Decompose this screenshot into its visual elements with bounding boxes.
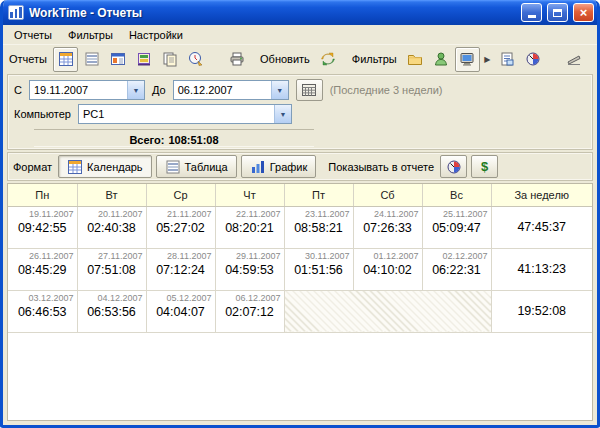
maximize-button[interactable]	[547, 3, 568, 22]
print-button[interactable]	[224, 47, 249, 72]
day-cell: 03.12.200706:46:53	[8, 290, 77, 332]
toolbar-filters-label: Фильтры	[350, 53, 402, 65]
format-table-button[interactable]: Таблица	[156, 155, 237, 178]
day-duration: 01:51:56	[285, 261, 353, 277]
edit-time-button[interactable]	[183, 47, 208, 72]
day-duration: 08:20:21	[216, 219, 284, 235]
minimize-button[interactable]	[521, 3, 542, 22]
copy-report-button[interactable]	[157, 47, 182, 72]
header-sat: Сб	[353, 184, 422, 206]
menu-bar: Отчеты Фильтры Настройки	[3, 25, 597, 45]
day-duration: 09:42:55	[8, 219, 77, 235]
total-row: Всего:108:51:08	[34, 129, 314, 146]
day-duration: 04:10:02	[354, 261, 422, 277]
day-duration: 04:59:53	[216, 261, 284, 277]
toolbar: Отчеты Обновить Фильтры	[3, 45, 597, 73]
day-cell: 02.12.200706:22:31	[422, 248, 491, 290]
day-duration: 08:58:21	[285, 219, 353, 235]
chevron-down-icon[interactable]: ▼	[271, 81, 288, 99]
printer-icon	[229, 51, 245, 67]
show-time-toggle[interactable]	[440, 155, 467, 178]
filter-tasks-button[interactable]	[495, 47, 520, 72]
filter-computer-button[interactable]	[455, 47, 480, 72]
app-window: WorkTime - Отчеты × Отчеты Фильтры Настр…	[0, 0, 600, 428]
day-date: 20.11.2007	[78, 207, 146, 219]
menu-filters[interactable]: Фильтры	[60, 27, 121, 43]
filter-expand-button[interactable]: ▶	[481, 47, 494, 72]
to-label: До	[152, 84, 166, 96]
refresh-button[interactable]	[316, 47, 341, 72]
summary-report-button[interactable]	[131, 47, 156, 72]
period-hint: (Последние 3 недели)	[330, 84, 443, 96]
calendar-grid-icon	[58, 51, 74, 67]
title-bar[interactable]: WorkTime - Отчеты ×	[3, 0, 597, 25]
from-date-combo[interactable]: 19.11.2007 ▼	[29, 80, 145, 100]
calendar-report-table: Пн Вт Ср Чт Пт Сб Вс За неделю 19.11.200…	[8, 184, 592, 333]
day-cell: 25.11.200705:09:47	[422, 206, 491, 248]
calendar-view-button[interactable]	[53, 47, 78, 72]
show-money-toggle[interactable]: $	[471, 155, 498, 178]
day-duration: 04:04:07	[147, 303, 215, 319]
detailed-report-button[interactable]	[105, 47, 130, 72]
close-button[interactable]: ×	[573, 3, 594, 22]
computer-label: Компьютер	[14, 108, 71, 120]
day-cell: 29.11.200704:59:53	[215, 248, 284, 290]
menu-settings[interactable]: Настройки	[121, 27, 191, 43]
person-icon	[433, 51, 449, 67]
week-row: 03.12.200706:46:5304.12.200706:53:5605.1…	[8, 290, 592, 332]
day-date: 27.11.2007	[78, 249, 146, 261]
app-barchart-icon	[8, 5, 24, 20]
toolbar-reports-label: Отчеты	[7, 53, 52, 65]
report-area: Пн Вт Ср Чт Пт Сб Вс За неделю 19.11.200…	[7, 183, 593, 421]
dollar-icon: $	[481, 159, 488, 174]
table-view-button[interactable]	[79, 47, 104, 72]
day-date: 02.12.2007	[423, 249, 491, 261]
toolbar-refresh-label: Обновить	[258, 53, 315, 65]
computer-row: Компьютер PC1 ▼	[14, 102, 586, 126]
to-date-value: 06.12.2007	[174, 81, 271, 99]
computer-combo[interactable]: PC1 ▼	[78, 104, 292, 124]
filter-time-button[interactable]	[521, 47, 546, 72]
calendar-picker-button[interactable]	[296, 79, 323, 101]
day-cell: 30.11.200701:51:56	[284, 248, 353, 290]
day-duration: 07:26:33	[354, 219, 422, 235]
menu-reports[interactable]: Отчеты	[6, 27, 60, 43]
week-total-cell: 41:13:23	[491, 248, 592, 290]
filter-project-button[interactable]	[403, 47, 428, 72]
format-calendar-button[interactable]: Календарь	[58, 155, 152, 178]
color-clock-icon	[446, 159, 462, 175]
chevron-down-icon[interactable]: ▼	[274, 105, 291, 123]
folder-icon	[407, 51, 423, 67]
weekday-header-row: Пн Вт Ср Чт Пт Сб Вс За неделю	[8, 184, 592, 206]
day-date: 24.11.2007	[354, 207, 422, 219]
from-date-value: 19.11.2007	[30, 81, 127, 99]
day-date: 21.11.2007	[147, 207, 215, 219]
window-title: WorkTime - Отчеты	[29, 6, 516, 20]
export-icon	[566, 51, 582, 67]
minimize-icon	[528, 15, 536, 18]
total-label: Всего:	[129, 134, 164, 146]
day-duration: 02:07:12	[216, 303, 284, 319]
day-duration: 06:46:53	[8, 303, 77, 319]
day-date: 28.11.2007	[147, 249, 215, 261]
format-chart-button[interactable]: График	[241, 155, 317, 178]
day-date: 29.11.2007	[216, 249, 284, 261]
format-bar: Формат Календарь Таблица График Показыва…	[7, 152, 593, 181]
to-date-combo[interactable]: 06.12.2007 ▼	[173, 80, 289, 100]
bar-chart-icon	[250, 159, 266, 175]
out-of-range-cell	[284, 290, 491, 332]
filter-user-button[interactable]	[429, 47, 454, 72]
day-date: 30.11.2007	[285, 249, 353, 261]
day-date: 26.11.2007	[8, 249, 77, 261]
day-date: 05.12.2007	[147, 291, 215, 303]
from-label: С	[14, 84, 22, 96]
day-date: 03.12.2007	[8, 291, 77, 303]
header-sun: Вс	[422, 184, 491, 206]
day-cell: 05.12.200704:04:07	[146, 290, 215, 332]
export-button[interactable]	[562, 47, 587, 72]
day-duration: 07:51:08	[78, 261, 146, 277]
chevron-down-icon[interactable]: ▼	[127, 81, 144, 99]
expand-arrow-icon: ▶	[484, 55, 490, 64]
day-cell: 22.11.200708:20:21	[215, 206, 284, 248]
day-cell: 01.12.200704:10:02	[353, 248, 422, 290]
